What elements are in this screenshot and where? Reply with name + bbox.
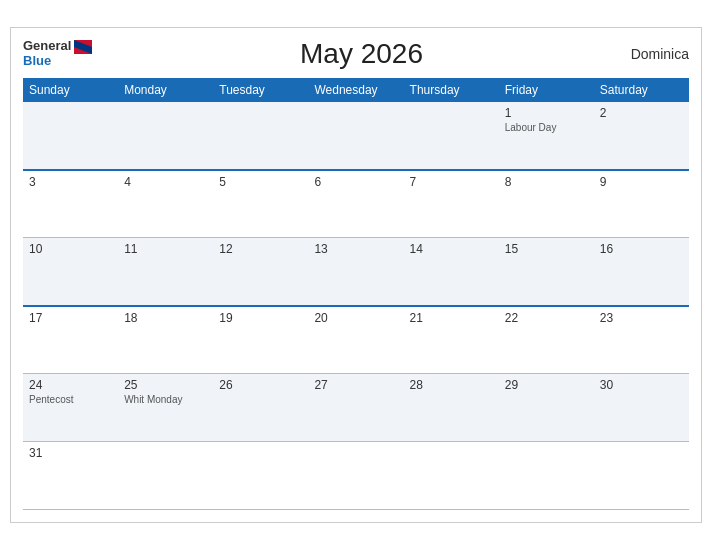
day-number: 25 <box>124 378 207 392</box>
calendar-cell: 3 <box>23 170 118 238</box>
calendar-cell: 20 <box>308 306 403 374</box>
calendar-cell: 28 <box>404 374 499 442</box>
calendar-grid: SundayMondayTuesdayWednesdayThursdayFrid… <box>23 78 689 511</box>
calendar-cell: 14 <box>404 238 499 306</box>
calendar-cell: 19 <box>213 306 308 374</box>
day-number: 14 <box>410 242 493 256</box>
day-event: Pentecost <box>29 394 112 405</box>
calendar-cell: 24Pentecost <box>23 374 118 442</box>
calendar-cell: 17 <box>23 306 118 374</box>
week-row-3: 17181920212223 <box>23 306 689 374</box>
week-row-5: 31 <box>23 442 689 510</box>
calendar-cell <box>213 442 308 510</box>
calendar-cell <box>308 442 403 510</box>
calendar-cell <box>404 102 499 170</box>
logo-general: General <box>23 39 92 53</box>
day-event: Whit Monday <box>124 394 207 405</box>
calendar-cell: 30 <box>594 374 689 442</box>
calendar-cell: 5 <box>213 170 308 238</box>
day-number: 4 <box>124 175 207 189</box>
calendar-cell <box>308 102 403 170</box>
day-number: 23 <box>600 311 683 325</box>
day-number: 28 <box>410 378 493 392</box>
day-number: 20 <box>314 311 397 325</box>
day-number: 24 <box>29 378 112 392</box>
calendar-cell: 2 <box>594 102 689 170</box>
logo-general-text: General <box>23 39 71 53</box>
calendar-cell: 11 <box>118 238 213 306</box>
calendar-header-row: SundayMondayTuesdayWednesdayThursdayFrid… <box>23 78 689 102</box>
calendar-cell: 9 <box>594 170 689 238</box>
calendar-cell: 8 <box>499 170 594 238</box>
day-header-wednesday: Wednesday <box>308 78 403 102</box>
day-number: 19 <box>219 311 302 325</box>
day-number: 10 <box>29 242 112 256</box>
day-number: 22 <box>505 311 588 325</box>
day-header-saturday: Saturday <box>594 78 689 102</box>
day-number: 26 <box>219 378 302 392</box>
day-number: 5 <box>219 175 302 189</box>
day-number: 29 <box>505 378 588 392</box>
day-number: 13 <box>314 242 397 256</box>
calendar-cell <box>118 102 213 170</box>
calendar-cell <box>23 102 118 170</box>
calendar-cell: 18 <box>118 306 213 374</box>
calendar-cell: 22 <box>499 306 594 374</box>
day-number: 16 <box>600 242 683 256</box>
calendar-cell: 10 <box>23 238 118 306</box>
day-number: 9 <box>600 175 683 189</box>
day-header-tuesday: Tuesday <box>213 78 308 102</box>
week-row-4: 24Pentecost25Whit Monday2627282930 <box>23 374 689 442</box>
day-event: Labour Day <box>505 122 588 133</box>
day-number: 3 <box>29 175 112 189</box>
logo-blue-text: Blue <box>23 54 92 68</box>
calendar-cell: 26 <box>213 374 308 442</box>
logo-flag-icon <box>74 40 92 54</box>
day-header-thursday: Thursday <box>404 78 499 102</box>
calendar-cell: 29 <box>499 374 594 442</box>
week-row-1: 3456789 <box>23 170 689 238</box>
day-header-sunday: Sunday <box>23 78 118 102</box>
calendar-container: General Blue May 2026 Dominica SundayMon… <box>10 27 702 524</box>
calendar-country: Dominica <box>631 46 689 62</box>
day-number: 8 <box>505 175 588 189</box>
week-row-0: 1Labour Day2 <box>23 102 689 170</box>
calendar-cell <box>594 442 689 510</box>
calendar-cell <box>213 102 308 170</box>
day-number: 30 <box>600 378 683 392</box>
day-number: 27 <box>314 378 397 392</box>
day-number: 2 <box>600 106 683 120</box>
day-number: 15 <box>505 242 588 256</box>
calendar-cell <box>499 442 594 510</box>
calendar-header: General Blue May 2026 Dominica <box>23 38 689 70</box>
day-number: 1 <box>505 106 588 120</box>
calendar-cell: 6 <box>308 170 403 238</box>
day-number: 31 <box>29 446 112 460</box>
calendar-cell: 21 <box>404 306 499 374</box>
calendar-cell: 7 <box>404 170 499 238</box>
calendar-cell: 25Whit Monday <box>118 374 213 442</box>
day-number: 21 <box>410 311 493 325</box>
calendar-cell: 16 <box>594 238 689 306</box>
calendar-cell: 1Labour Day <box>499 102 594 170</box>
calendar-cell: 27 <box>308 374 403 442</box>
calendar-cell: 13 <box>308 238 403 306</box>
calendar-cell <box>118 442 213 510</box>
calendar-cell: 4 <box>118 170 213 238</box>
calendar-cell: 12 <box>213 238 308 306</box>
day-number: 11 <box>124 242 207 256</box>
day-number: 7 <box>410 175 493 189</box>
day-header-friday: Friday <box>499 78 594 102</box>
calendar-cell: 31 <box>23 442 118 510</box>
calendar-cell: 23 <box>594 306 689 374</box>
calendar-cell: 15 <box>499 238 594 306</box>
day-number: 18 <box>124 311 207 325</box>
day-header-monday: Monday <box>118 78 213 102</box>
day-number: 17 <box>29 311 112 325</box>
calendar-title: May 2026 <box>300 38 423 70</box>
day-number: 12 <box>219 242 302 256</box>
week-row-2: 10111213141516 <box>23 238 689 306</box>
logo: General Blue <box>23 39 92 68</box>
day-number: 6 <box>314 175 397 189</box>
calendar-cell <box>404 442 499 510</box>
